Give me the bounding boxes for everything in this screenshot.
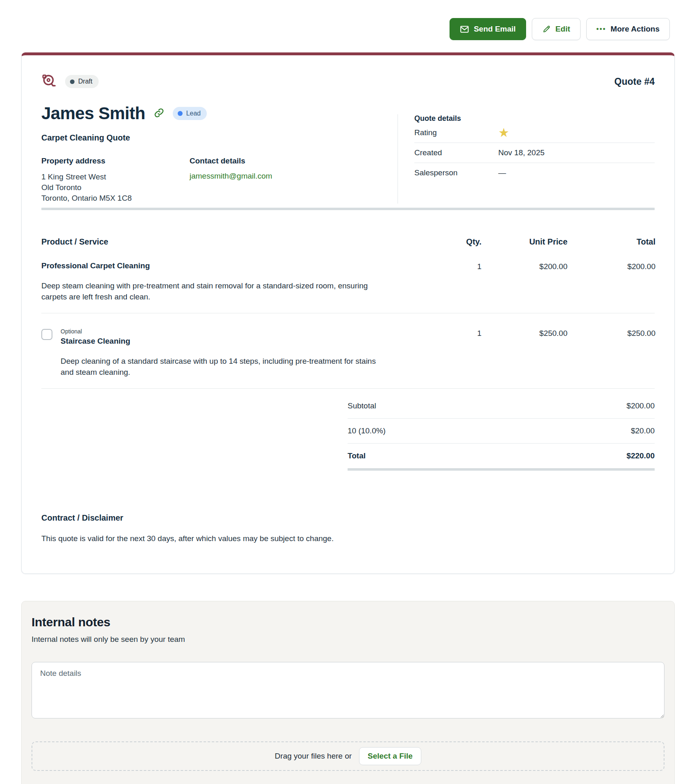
line-item-unit-price: $250.00 (481, 328, 567, 338)
column-header-total: Total (567, 237, 655, 247)
tax-label: 10 (10.0%) (348, 426, 386, 435)
table-row: Professional Carpet Cleaning Deep steam … (41, 247, 655, 313)
column-header-qty: Qty. (400, 237, 481, 247)
client-section: James Smith Lead Carpet Cleaning Quote P… (41, 104, 398, 204)
line-item-qty: 1 (400, 261, 481, 271)
address-contact-grid: Property address 1 King Street West Old … (41, 156, 398, 204)
subtotal-row: Subtotal $200.00 (348, 394, 655, 419)
contact-details-label: Contact details (190, 156, 398, 165)
column-header-product: Product / Service (41, 237, 400, 247)
edit-label: Edit (556, 25, 570, 34)
line-item-total: $200.00 (567, 261, 655, 271)
property-address-block: Property address 1 King Street West Old … (41, 156, 190, 204)
more-actions-label: More Actions (610, 25, 660, 34)
internal-notes-card: Internal notes Internal notes will only … (21, 601, 675, 784)
lead-dot-icon (178, 111, 183, 116)
more-actions-button[interactable]: ••• More Actions (586, 18, 670, 40)
line-item-total: $250.00 (567, 328, 655, 338)
totals-section: Subtotal $200.00 10 (10.0%) $20.00 Total… (348, 394, 655, 471)
internal-notes-heading: Internal notes (32, 615, 664, 629)
status-label: Draft (78, 78, 93, 85)
address-line-3: Toronto, Ontario M5X 1C8 (41, 193, 190, 204)
subtotal-label: Subtotal (348, 401, 376, 410)
edit-button[interactable]: Edit (532, 18, 581, 40)
created-label: Created (414, 148, 498, 157)
quote-number: Quote #4 (615, 76, 655, 87)
disclaimer-heading: Contract / Disclaimer (41, 513, 655, 523)
line-item-name: Professional Carpet Cleaning (41, 261, 400, 270)
tax-value: $20.00 (631, 426, 655, 435)
tape-measure-icon (41, 73, 56, 90)
section-divider (41, 208, 655, 210)
file-dropzone[interactable]: Drag your files here or Select a File (32, 741, 664, 771)
line-item-qty: 1 (400, 328, 481, 338)
ellipsis-icon: ••• (597, 25, 606, 33)
note-details-input[interactable] (32, 662, 664, 718)
quote-card-header: Draft Quote #4 (41, 73, 655, 90)
client-name: James Smith (41, 104, 145, 123)
line-item-unit-price: $200.00 (481, 261, 567, 271)
salesperson-label: Salesperson (414, 168, 498, 177)
quote-header-grid: James Smith Lead Carpet Cleaning Quote P… (41, 104, 655, 204)
send-email-label: Send Email (474, 25, 515, 34)
totals-divider (348, 468, 655, 471)
disclaimer-text: This quote is valid for the next 30 days… (41, 534, 655, 543)
total-label: Total (348, 451, 366, 460)
internal-notes-subtitle: Internal notes will only be seen by your… (32, 635, 664, 644)
table-header-row: Product / Service Qty. Unit Price Total (41, 237, 655, 247)
quote-card: Draft Quote #4 James Smith Lead Carpet C… (21, 52, 675, 574)
column-header-unit-price: Unit Price (481, 237, 567, 247)
address-line-1: 1 King Street West (41, 172, 190, 182)
star-rating-icon[interactable]: ★ (498, 129, 655, 137)
optional-tag: Optional (61, 328, 130, 335)
rating-label: Rating (414, 128, 498, 137)
optional-item-checkbox[interactable] (41, 329, 52, 340)
status-dot-icon (70, 79, 75, 84)
table-row: Optional Staircase Cleaning Deep cleanin… (41, 313, 655, 389)
line-item-description: Deep steam cleaning with pre-treatment a… (41, 280, 369, 302)
tax-row: 10 (10.0%) $20.00 (348, 419, 655, 444)
pencil-icon (542, 25, 551, 34)
status-badge: Draft (65, 75, 99, 88)
client-email-link[interactable]: jamessmith@gmail.com (190, 172, 272, 181)
line-item-description: Deep cleaning of a standard staircase wi… (61, 356, 384, 378)
salesperson-row: Salesperson — (414, 163, 655, 183)
quote-details-panel: Quote details Rating ★ Created Nov 18, 2… (398, 114, 655, 204)
lead-badge: Lead (173, 107, 207, 120)
select-file-button[interactable]: Select a File (359, 747, 421, 765)
send-email-button[interactable]: Send Email (450, 18, 526, 40)
quote-title: Carpet Cleaning Quote (41, 133, 398, 143)
total-value: $220.00 (626, 451, 655, 460)
link-icon[interactable] (154, 107, 165, 120)
subtotal-value: $200.00 (626, 401, 655, 410)
lead-label: Lead (186, 110, 201, 117)
created-value: Nov 18, 2025 (498, 148, 655, 157)
action-toolbar: Send Email Edit ••• More Actions (0, 0, 696, 40)
quote-details-title: Quote details (414, 114, 655, 123)
rating-row: Rating ★ (414, 123, 655, 143)
address-line-2: Old Toronto (41, 182, 190, 193)
created-row: Created Nov 18, 2025 (414, 143, 655, 163)
email-icon (460, 25, 469, 34)
dropzone-text: Drag your files here or (275, 752, 352, 761)
line-item-name: Staircase Cleaning (61, 337, 130, 346)
total-row: Total $220.00 (348, 444, 655, 468)
disclaimer-section: Contract / Disclaimer This quote is vali… (41, 513, 655, 543)
salesperson-value: — (498, 168, 655, 177)
contact-details-block: Contact details jamessmith@gmail.com (190, 156, 398, 204)
property-address-label: Property address (41, 156, 190, 165)
